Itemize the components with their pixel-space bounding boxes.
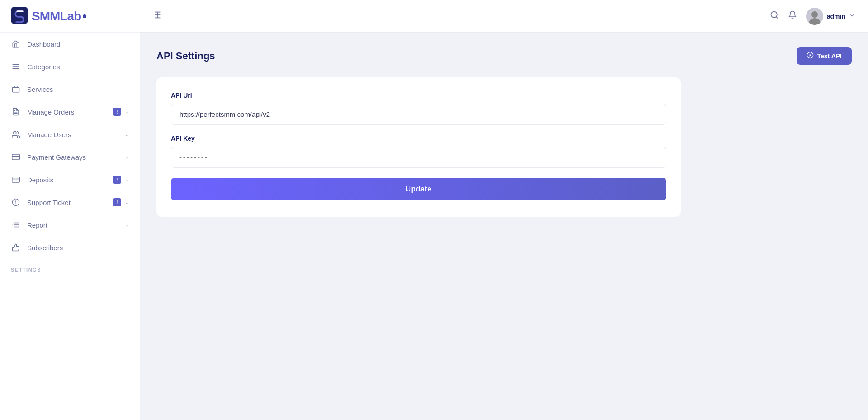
sidebar-item-categories[interactable]: Categories — [0, 55, 140, 78]
sidebar-item-subscribers[interactable]: Subscribers — [0, 236, 140, 259]
sidebar-item-label: Subscribers — [27, 244, 129, 252]
sidebar-item-label: Report — [27, 221, 125, 229]
document-icon — [11, 107, 21, 117]
update-button[interactable]: Update — [171, 178, 666, 200]
svg-rect-4 — [13, 87, 19, 92]
drag-grid-icon[interactable] — [153, 10, 163, 22]
chevron-down-icon: ⌄ — [125, 200, 129, 205]
logo-text: SMMLab — [32, 9, 81, 24]
settings-section-label: SETTINGS — [0, 259, 140, 275]
sidebar-item-label: Dashboard — [27, 40, 129, 48]
sidebar: SMMLab Dashboard Categories Services — [0, 0, 140, 420]
sidebar-item-services[interactable]: Services — [0, 78, 140, 100]
sidebar-item-label: Payment Gateways — [27, 153, 125, 161]
sidebar-item-label: Manage Users — [27, 131, 125, 138]
orders-badge: ! — [113, 108, 121, 116]
user-avatar-wrap[interactable]: admin — [806, 8, 855, 25]
bell-icon[interactable] — [788, 10, 797, 22]
chevron-down-icon: ⌄ — [125, 109, 129, 115]
thumbsup-icon — [11, 243, 21, 253]
svg-rect-10 — [12, 177, 20, 182]
chevron-down-icon: ⌄ — [125, 154, 129, 160]
svg-point-28 — [811, 11, 818, 18]
list-icon — [11, 220, 21, 230]
svg-marker-31 — [809, 54, 811, 56]
search-icon[interactable] — [770, 10, 779, 22]
logo-icon — [11, 7, 28, 26]
svg-line-26 — [776, 17, 778, 19]
sidebar-nav: Dashboard Categories Services Manage Ord… — [0, 33, 140, 275]
api-key-label: API Key — [171, 135, 666, 142]
sidebar-item-label: Support Ticket — [27, 199, 113, 206]
support-badge: ! — [113, 198, 121, 206]
sidebar-item-deposits[interactable]: Deposits ! ⌄ — [0, 168, 140, 191]
page-title: API Settings — [156, 50, 215, 62]
logo-dot — [83, 14, 86, 18]
sidebar-item-manage-users[interactable]: Manage Users ⌄ — [0, 123, 140, 146]
sidebar-item-dashboard[interactable]: Dashboard — [0, 33, 140, 55]
sidebar-item-support-ticket[interactable]: Support Ticket ! ⌄ — [0, 191, 140, 214]
content-area: API Settings Test API API Url API Key Up… — [140, 33, 868, 420]
sidebar-item-label: Manage Orders — [27, 108, 113, 116]
deposits-badge: ! — [113, 176, 121, 184]
card-icon — [11, 175, 21, 185]
header-right: admin — [770, 8, 855, 25]
avatar — [806, 8, 823, 25]
sidebar-item-report[interactable]: Report ⌄ — [0, 214, 140, 236]
home-icon — [11, 39, 21, 49]
svg-rect-8 — [12, 154, 20, 160]
svg-point-7 — [14, 131, 16, 134]
menu-icon — [11, 62, 21, 72]
sidebar-item-label: Categories — [27, 63, 129, 71]
admin-chevron-icon — [849, 12, 855, 20]
sidebar-item-label: Services — [27, 86, 129, 93]
users-icon — [11, 129, 21, 139]
ticket-icon — [11, 197, 21, 207]
admin-name: admin — [827, 13, 845, 20]
api-url-input[interactable] — [171, 104, 666, 125]
header-left — [153, 10, 163, 22]
api-key-input[interactable] — [171, 147, 666, 168]
test-api-button[interactable]: Test API — [797, 47, 852, 65]
api-settings-card: API Url API Key Update — [156, 77, 681, 217]
api-url-label: API Url — [171, 92, 666, 99]
main-area: admin API Settings Test API API Url API … — [140, 0, 868, 420]
sidebar-item-payment-gateways[interactable]: Payment Gateways ⌄ — [0, 146, 140, 168]
chevron-down-icon: ⌄ — [125, 177, 129, 183]
sidebar-item-label: Deposits — [27, 176, 113, 184]
logo: SMMLab — [0, 0, 140, 33]
chevron-down-icon: ⌄ — [125, 222, 129, 228]
wallet-icon — [11, 152, 21, 162]
chevron-down-icon: ⌄ — [125, 132, 129, 138]
play-icon — [807, 52, 814, 60]
header: admin — [140, 0, 868, 33]
sidebar-item-manage-orders[interactable]: Manage Orders ! ⌄ — [0, 100, 140, 123]
briefcase-icon — [11, 84, 21, 94]
page-header: API Settings Test API — [156, 47, 852, 65]
